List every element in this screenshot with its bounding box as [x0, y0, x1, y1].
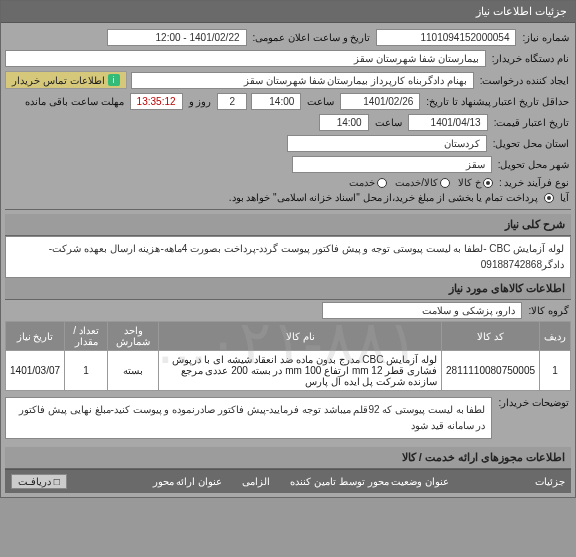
general-desc-text: لوله آزمایش CBC -لطفا به لیست پیوستی توج… [5, 236, 571, 278]
validity-time-field: 14:00 [319, 114, 369, 131]
need-no-label: شماره نیاز: [520, 32, 571, 43]
process-radio-group: خ کالا کالا/خدمت خدمت [349, 177, 493, 188]
goods-title: اطلاعات کالاهای مورد نیاز [5, 278, 571, 300]
validity-date-field: 1401/04/13 [408, 114, 488, 131]
creator-label: ایجاد کننده درخواست: [478, 75, 571, 86]
footer-status-label: عنوان وضعیت محور توسط تامین کننده [284, 473, 455, 490]
radio-service[interactable]: کالا/خدمت [395, 177, 450, 188]
province-field: کردستان [287, 135, 487, 152]
time-label-2: ساعت [373, 117, 404, 128]
contact-buyer-button[interactable]: i اطلاعات تماس خریدار [5, 71, 127, 89]
info-icon: i [108, 74, 120, 86]
th-unit: واحد شمارش [108, 322, 159, 351]
cell-qty: 1 [65, 351, 108, 391]
permits-title: اطلاعات مجوزهای ارائه خدمت / کالا [5, 447, 571, 469]
buyer-notes-label: توضیحات خریدار: [496, 397, 571, 408]
deadline-label: حداقل تاریخ اعتبار پیشنهاد تا تاریخ: [424, 96, 571, 107]
city-label: شهر محل تحویل: [496, 159, 571, 170]
footer-required-label: الزامی [236, 473, 276, 490]
cell-date: 1401/03/07 [6, 351, 65, 391]
cell-row: 1 [540, 351, 571, 391]
countdown-timer: 13:35:12 [130, 93, 183, 110]
deadline-date-field: 1401/02/26 [340, 93, 420, 110]
th-qty: تعداد / مقدار [65, 322, 108, 351]
footer-details-label: جزئیات [535, 476, 565, 487]
table-row: 1 2811110080750005 لوله آزمایش CBC مدرج … [6, 351, 571, 391]
process-label: نوع فرآیند خرید : [497, 177, 571, 188]
group-label: گروه کالا: [526, 305, 571, 316]
radio-goods[interactable]: خ کالا [458, 177, 493, 188]
deadline-time-field: 14:00 [251, 93, 301, 110]
radio-icon [440, 178, 450, 188]
announce-label: تاریخ و ساعت اعلان عمومی: [251, 32, 373, 43]
announce-field: 1401/02/22 - 12:00 [107, 29, 247, 46]
province-label: استان محل تحویل: [491, 138, 571, 149]
footer-axis-label: عنوان ارائه محور [147, 473, 229, 490]
city-field: سقز [292, 156, 492, 173]
group-field: دارو، پزشکی و سلامت [322, 302, 522, 319]
th-name: نام کالا [159, 322, 442, 351]
panel-title: جزئیات اطلاعات نیاز [1, 1, 575, 23]
time-label-1: ساعت [305, 96, 336, 107]
table-header-row: ردیف کد کالا نام کالا واحد شمارش تعداد /… [6, 322, 571, 351]
items-table: ردیف کد کالا نام کالا واحد شمارش تعداد /… [5, 321, 571, 391]
radio-icon [483, 178, 493, 188]
creator-field: بهنام دادگربناه کارپرداز بیمارستان شفا ش… [131, 72, 474, 89]
radio-both[interactable]: خدمت [349, 177, 387, 188]
cell-name: لوله آزمایش CBC مدرج بدون ماده ضد انعقاد… [159, 351, 442, 391]
th-date: تاریخ نیاز [6, 322, 65, 351]
cell-unit: بسته [108, 351, 159, 391]
radio-goods-label: خ کالا [458, 177, 481, 188]
countdown-label: مهلت ساعت باقی مانده [23, 96, 125, 107]
general-desc-title: شرح کلی نیاز [5, 214, 571, 236]
radio-both-label: خدمت [349, 177, 375, 188]
days-label: روز و [187, 96, 214, 107]
payment-label: آیا [558, 192, 571, 203]
th-row: ردیف [540, 322, 571, 351]
need-no-field: 1101094152000054 [376, 29, 516, 46]
buyer-field: بیمارستان شفا شهرستان سقز [5, 50, 486, 67]
footer-toggle-button[interactable]: □ دریافـت [11, 474, 67, 489]
contact-buyer-label: اطلاعات تماس خریدار [12, 75, 105, 86]
validity-label: تاریخ اعتبار قیمت: [492, 117, 571, 128]
days-field: 2 [217, 93, 247, 110]
th-code: کد کالا [442, 322, 540, 351]
payment-note: پرداخت تمام یا بخشی از مبلغ خرید،از محل … [5, 192, 540, 203]
cell-code: 2811110080750005 [442, 351, 540, 391]
radio-service-label: کالا/خدمت [395, 177, 438, 188]
radio-icon [377, 178, 387, 188]
payment-radio-icon[interactable] [544, 193, 554, 203]
buyer-label: نام دستگاه خریدار: [490, 53, 571, 64]
buyer-notes-text: لطفا به لیست پیوستی که 92قلم میباشد توجه… [5, 397, 492, 439]
